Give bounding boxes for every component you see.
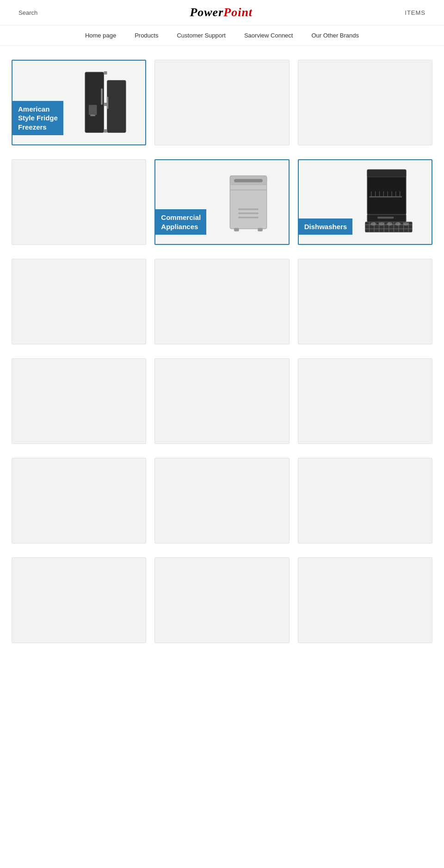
nav-products[interactable]: Products	[135, 32, 158, 39]
svg-rect-1	[107, 80, 126, 132]
product-card-empty-4[interactable]	[12, 259, 146, 344]
product-card-empty-7[interactable]	[12, 358, 146, 444]
product-card-empty-12[interactable]	[298, 458, 432, 543]
site-logo: PowerPoint	[190, 6, 253, 19]
product-row-4	[12, 358, 432, 444]
product-card-empty-11[interactable]	[154, 458, 289, 543]
commercial-appliance-icon	[223, 168, 274, 237]
product-card-empty-2[interactable]	[298, 60, 432, 145]
svg-rect-2	[101, 88, 103, 105]
svg-rect-38	[377, 216, 394, 218]
fridge-icon	[80, 68, 131, 137]
svg-rect-16	[234, 228, 240, 231]
product-card-empty-6[interactable]	[298, 259, 432, 344]
product-card-empty-1[interactable]	[154, 60, 289, 145]
svg-rect-39	[369, 196, 402, 197]
product-card-empty-9[interactable]	[298, 358, 432, 444]
svg-rect-15	[238, 216, 259, 218]
commercial-image-area	[209, 160, 288, 244]
svg-point-35	[387, 222, 392, 225]
fridge-image-area	[66, 61, 145, 144]
products-section: AmericanStyle FridgeFreezers	[0, 46, 444, 671]
svg-rect-5	[90, 114, 95, 116]
product-card-commercial[interactable]: CommercialAppliances	[154, 159, 289, 245]
svg-point-33	[370, 222, 376, 225]
nav-home[interactable]: Home page	[85, 32, 116, 39]
product-card-empty-5[interactable]	[154, 259, 289, 344]
dishwasher-image-area	[352, 160, 432, 244]
nav-saorview[interactable]: Saorview Connect	[244, 32, 293, 39]
product-card-american-fridge[interactable]: AmericanStyle FridgeFreezers	[12, 60, 146, 145]
svg-rect-19	[367, 169, 406, 177]
product-card-empty-14[interactable]	[154, 557, 289, 643]
card-label-dishwashers: Dishwashers	[299, 219, 353, 235]
search-button[interactable]: Search	[18, 9, 37, 16]
site-header: Search PowerPoint ITEMS	[0, 0, 444, 25]
svg-rect-11	[234, 179, 263, 182]
logo-power: Power	[190, 6, 223, 19]
logo-point: Point	[223, 6, 253, 19]
product-card-empty-10[interactable]	[12, 458, 146, 543]
card-label-american-fridge: AmericanStyle FridgeFreezers	[12, 101, 63, 136]
nav-customer-support[interactable]: Customer Support	[177, 32, 226, 39]
product-row-3	[12, 259, 432, 344]
cart-items[interactable]: ITEMS	[405, 9, 426, 16]
product-card-empty-8[interactable]	[154, 358, 289, 444]
product-row-1: AmericanStyle FridgeFreezers	[12, 60, 432, 145]
svg-rect-7	[104, 103, 107, 106]
product-card-dishwashers[interactable]: Dishwashers	[298, 159, 432, 245]
main-nav: Home page Products Customer Support Saor…	[0, 25, 444, 46]
svg-rect-6	[104, 71, 107, 75]
svg-point-34	[379, 222, 384, 225]
svg-rect-3	[107, 96, 109, 108]
product-row-2: CommercialAppliances	[12, 159, 432, 245]
nav-other-brands[interactable]: Our Other Brands	[311, 32, 359, 39]
dishwasher-icon	[364, 168, 419, 237]
svg-point-37	[403, 222, 409, 225]
svg-point-36	[395, 222, 401, 225]
product-row-6	[12, 557, 432, 643]
svg-rect-13	[238, 208, 259, 210]
svg-rect-4	[89, 105, 97, 115]
svg-rect-17	[258, 228, 263, 231]
product-row-5	[12, 458, 432, 543]
svg-rect-14	[238, 212, 259, 214]
product-card-empty-15[interactable]	[298, 557, 432, 643]
product-card-empty-3[interactable]	[12, 159, 146, 245]
card-label-commercial: CommercialAppliances	[155, 209, 206, 235]
product-card-empty-13[interactable]	[12, 557, 146, 643]
svg-rect-8	[104, 129, 107, 132]
